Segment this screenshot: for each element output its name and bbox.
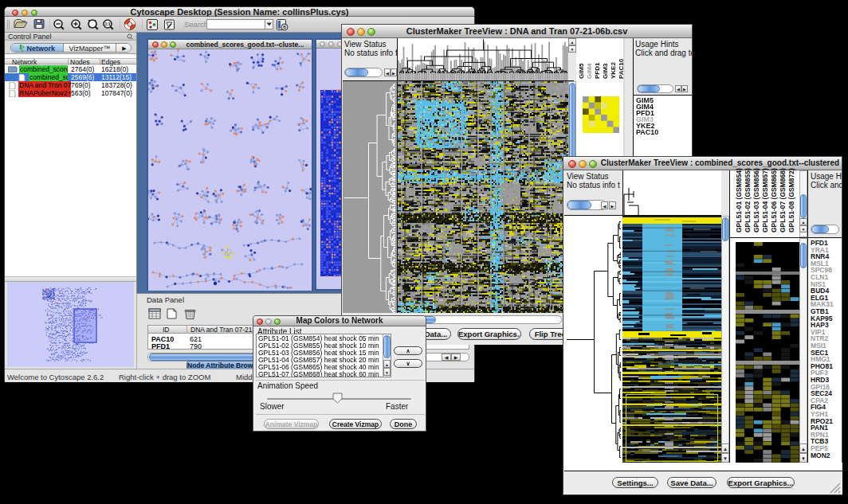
- svg-text:B: B: [283, 25, 286, 29]
- svg-text:Search:: Search:: [184, 20, 210, 29]
- svg-text:1:1: 1:1: [104, 21, 110, 26]
